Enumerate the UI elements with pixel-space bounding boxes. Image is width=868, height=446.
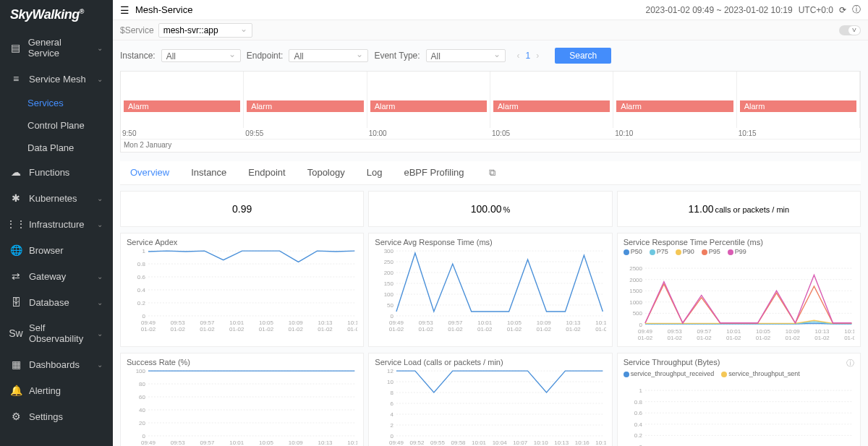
nav-alerting[interactable]: 🔔Alerting	[0, 377, 113, 403]
svg-text:10:09: 10:09	[289, 439, 304, 446]
nav-general-service[interactable]: ▤General Service⌄	[0, 30, 113, 66]
nav-sub-data-plane[interactable]: Data Plane	[0, 137, 113, 159]
svg-text:0.4: 0.4	[634, 421, 643, 428]
timeline-date: Mon 2 January	[121, 139, 860, 152]
svg-text:0.2: 0.2	[137, 300, 146, 306]
tabs: OverviewInstanceEndpointTopologyLogeBPF …	[120, 161, 861, 185]
nav-service-mesh[interactable]: ≡Service Mesh⌄	[0, 66, 113, 92]
alarm-event[interactable]: Alarm	[247, 100, 363, 112]
svg-text:0.2: 0.2	[634, 432, 643, 439]
svg-text:01-02: 01-02	[814, 335, 830, 341]
alarm-event[interactable]: Alarm	[370, 100, 487, 112]
nav-self-observability[interactable]: SwSelf Observability⌄	[0, 315, 113, 351]
tab-log[interactable]: Log	[367, 167, 383, 179]
nav-kubernetes[interactable]: ✱Kubernetes⌄	[0, 185, 113, 211]
svg-text:1500: 1500	[629, 288, 642, 294]
timeline-tick: 9:50	[121, 129, 244, 137]
nav-label: Settings	[29, 411, 63, 422]
svg-text:09:57: 09:57	[697, 328, 712, 335]
instance-select[interactable]: All	[161, 49, 241, 62]
alarm-event[interactable]: Alarm	[616, 100, 733, 112]
svg-text:01-02: 01-02	[259, 326, 274, 333]
nav-dashboards[interactable]: ▦Dashboards⌄	[0, 351, 113, 377]
alarm-event[interactable]: Alarm	[740, 100, 856, 112]
chevron-down-icon: ⌄	[97, 273, 103, 280]
prev-page[interactable]: ‹	[514, 51, 523, 61]
timeline-lane: Alarm	[121, 72, 244, 128]
page-title: Mesh-Service	[135, 4, 192, 15]
nav-icon: ⋮⋮	[10, 218, 22, 230]
time-range[interactable]: 2023-01-02 09:49 ~ 2023-01-02 10:19	[645, 5, 792, 15]
event-type-select[interactable]: All	[426, 49, 506, 62]
nav-label: Browser	[29, 245, 64, 256]
svg-text:60: 60	[139, 394, 145, 400]
tab-overview[interactable]: Overview	[130, 167, 169, 179]
svg-text:10:01: 10:01	[472, 439, 487, 446]
menu-icon[interactable]: ☰	[120, 4, 129, 16]
service-bar: $Service mesh-svr::app V	[113, 20, 868, 40]
svg-text:1000: 1000	[629, 299, 642, 306]
service-select[interactable]: mesh-svr::app	[158, 23, 252, 38]
svg-text:0.4: 0.4	[137, 287, 146, 293]
svg-text:09:57: 09:57	[448, 320, 464, 326]
view-toggle[interactable]: V	[839, 25, 861, 35]
svg-text:0: 0	[639, 322, 642, 328]
svg-text:0.6: 0.6	[137, 274, 146, 280]
svg-text:01-02: 01-02	[507, 326, 522, 333]
info-icon[interactable]: ⓘ	[852, 4, 861, 16]
svg-text:09:57: 09:57	[200, 439, 216, 446]
svg-text:10:17: 10:17	[844, 328, 854, 335]
svg-text:0.8: 0.8	[137, 261, 146, 267]
svg-text:200: 200	[384, 270, 394, 276]
chevron-down-icon: ⌄	[97, 75, 103, 83]
svg-text:09:53: 09:53	[419, 320, 434, 326]
kpi-card: 0.99	[120, 191, 364, 227]
nav-infrastructure[interactable]: ⋮⋮Infrastructure⌄	[0, 211, 113, 237]
filter-bar: Instance: All Endpoint: All Event Type: …	[120, 48, 861, 64]
alarm-event[interactable]: Alarm	[493, 100, 610, 112]
svg-text:10:09: 10:09	[785, 328, 800, 335]
nav-sub-services[interactable]: Services	[0, 92, 113, 114]
svg-text:09:55: 09:55	[430, 439, 446, 446]
tab-instance[interactable]: Instance	[191, 167, 226, 179]
nav-icon: ▦	[10, 359, 22, 370]
alarm-event[interactable]: Alarm	[124, 100, 240, 112]
nav-settings[interactable]: ⚙Settings	[0, 403, 113, 429]
chart-title: Service Response Time Percentile (ms)	[624, 238, 763, 246]
nav-gateway[interactable]: ⇄Gateway⌄	[0, 263, 113, 289]
chart-svg: 02040608010009:4901-0209:5301-0209:5701-…	[127, 368, 357, 446]
refresh-icon[interactable]: ⟳	[839, 5, 846, 15]
chart-info-icon[interactable]: ⓘ	[846, 358, 854, 369]
svg-text:50: 50	[387, 302, 393, 309]
tab-ebpf-profiling[interactable]: eBPF Profiling	[404, 167, 464, 179]
kpi-card: 100.00%	[368, 191, 612, 227]
content: Instance: All Endpoint: All Event Type: …	[113, 40, 868, 446]
svg-text:01-02: 01-02	[141, 326, 156, 333]
svg-text:300: 300	[384, 248, 394, 254]
chart-title: Service Throughput (Bytes)	[624, 358, 720, 369]
tab-topology[interactable]: Topology	[307, 167, 345, 179]
page-number[interactable]: 1	[526, 51, 531, 61]
svg-text:01-02: 01-02	[566, 326, 582, 333]
search-button[interactable]: Search	[555, 48, 611, 64]
chart-card: Service Load (calls or packets / min)024…	[368, 353, 612, 446]
nav-database[interactable]: 🗄Database⌄	[0, 289, 113, 315]
svg-text:09:49: 09:49	[638, 328, 653, 335]
nav-browser[interactable]: 🌐Browser	[0, 237, 113, 263]
nav-functions[interactable]: ☁Functions	[0, 159, 113, 185]
svg-text:80: 80	[139, 381, 145, 387]
nav-sub-control-plane[interactable]: Control Plane	[0, 114, 113, 137]
tab-endpoint[interactable]: Endpoint	[248, 167, 285, 179]
svg-text:10: 10	[387, 379, 393, 385]
svg-text:09:49: 09:49	[389, 320, 404, 326]
svg-text:0: 0	[391, 433, 394, 439]
edit-tabs-icon[interactable]: ⧉	[489, 167, 495, 179]
svg-text:01-02: 01-02	[419, 326, 434, 333]
svg-text:09:49: 09:49	[141, 320, 156, 326]
chevron-down-icon: ⌄	[97, 361, 103, 369]
next-page[interactable]: ›	[533, 51, 542, 61]
svg-text:2500: 2500	[629, 265, 642, 272]
endpoint-select[interactable]: All	[289, 49, 368, 62]
svg-text:12: 12	[387, 368, 393, 374]
svg-text:8: 8	[391, 390, 394, 396]
